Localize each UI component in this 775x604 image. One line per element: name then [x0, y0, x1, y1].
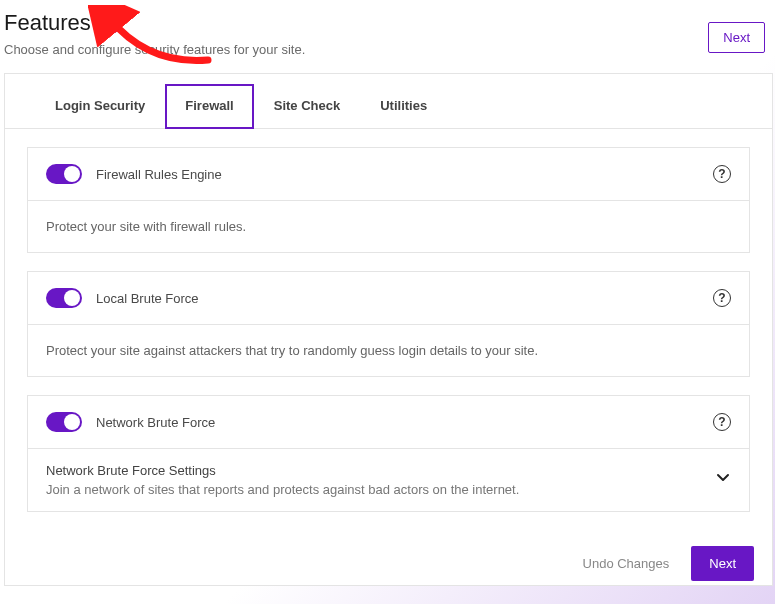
- feature-name: Local Brute Force: [96, 291, 713, 306]
- feature-name: Firewall Rules Engine: [96, 167, 713, 182]
- feature-desc: Protect your site with firewall rules.: [28, 201, 749, 252]
- next-button-bottom[interactable]: Next: [691, 546, 754, 581]
- toggle-firewall-rules[interactable]: [46, 164, 82, 184]
- feature-desc: Protect your site against attackers that…: [28, 325, 749, 376]
- tab-site-check[interactable]: Site Check: [254, 84, 360, 129]
- toggle-local-brute-force[interactable]: [46, 288, 82, 308]
- settings-desc: Join a network of sites that reports and…: [46, 482, 715, 497]
- feature-network-brute-force: Network Brute Force ? Network Brute Forc…: [27, 395, 750, 512]
- tab-login-security[interactable]: Login Security: [35, 84, 165, 129]
- toggle-network-brute-force[interactable]: [46, 412, 82, 432]
- undo-changes-link[interactable]: Undo Changes: [583, 556, 670, 571]
- page-title: Features: [4, 10, 91, 36]
- tabs-bar: Login Security Firewall Site Check Utili…: [5, 74, 772, 129]
- feature-local-brute-force: Local Brute Force ? Protect your site ag…: [27, 271, 750, 377]
- features-count-badge: 3: [99, 12, 121, 34]
- chevron-down-icon[interactable]: [715, 470, 731, 490]
- help-icon[interactable]: ?: [713, 165, 731, 183]
- tab-utilities[interactable]: Utilities: [360, 84, 447, 129]
- help-icon[interactable]: ?: [713, 289, 731, 307]
- feature-firewall-rules: Firewall Rules Engine ? Protect your sit…: [27, 147, 750, 253]
- help-icon[interactable]: ?: [713, 413, 731, 431]
- feature-name: Network Brute Force: [96, 415, 713, 430]
- features-card: Login Security Firewall Site Check Utili…: [4, 73, 773, 586]
- page-subtitle: Choose and configure security features f…: [4, 42, 773, 57]
- tab-firewall[interactable]: Firewall: [165, 84, 253, 129]
- next-button-top[interactable]: Next: [708, 22, 765, 53]
- settings-title: Network Brute Force Settings: [46, 463, 715, 478]
